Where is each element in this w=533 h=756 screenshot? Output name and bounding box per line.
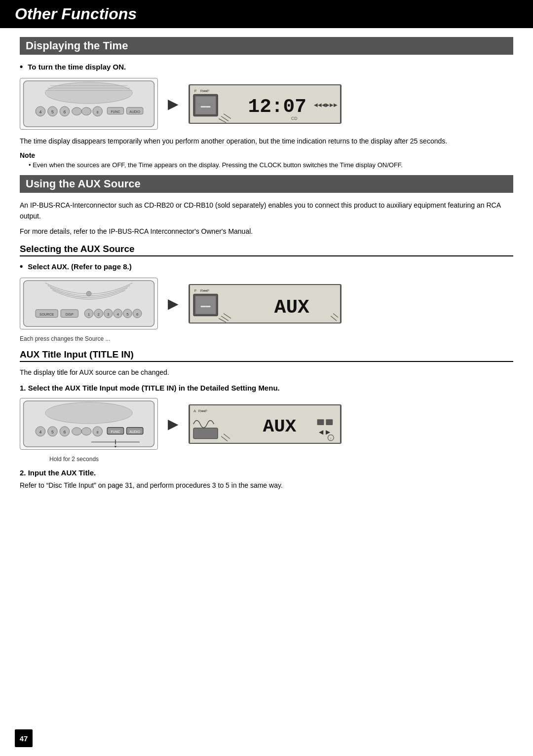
arrow-step1: ▶ <box>168 416 179 432</box>
svg-point-8 <box>72 108 82 115</box>
arrow-time: ▶ <box>168 96 179 112</box>
aux-title-input-body: The display title for AUX source can be … <box>20 367 513 378</box>
svg-point-71 <box>81 428 91 435</box>
time-body1: The time display disappears temporarily … <box>20 136 513 146</box>
svg-text:1: 1 <box>88 312 90 317</box>
svg-text:5: 5 <box>51 109 54 114</box>
aux-body1: An IP-BUS-RCA-Interconnector such as CD-… <box>20 200 513 222</box>
step2-body: Refer to “Disc Title Input” on page 31, … <box>20 480 513 491</box>
svg-rect-84 <box>193 428 218 439</box>
svg-rect-86 <box>317 419 324 425</box>
svg-point-33 <box>86 291 91 296</box>
svg-text:8: 8 <box>97 431 99 434</box>
svg-text:▬▬: ▬▬ <box>201 103 211 108</box>
svg-text:12:07: 12:07 <box>248 95 306 117</box>
svg-text:R♦♦F: R♦♦F <box>198 409 208 413</box>
svg-point-9 <box>81 108 91 115</box>
svg-text:F: F <box>194 89 197 93</box>
svg-text:6: 6 <box>63 109 66 114</box>
svg-rect-87 <box>326 419 333 425</box>
svg-point-70 <box>72 428 82 435</box>
svg-text:8: 8 <box>97 110 99 114</box>
note-label: Note <box>20 151 513 159</box>
svg-text:R♦♦F: R♦♦F <box>200 288 210 293</box>
page-header: Other Functions <box>0 0 533 28</box>
page-number: 47 <box>15 729 33 747</box>
svg-text:AUDIO: AUDIO <box>129 110 140 113</box>
svg-rect-32 <box>24 281 154 326</box>
svg-text:4: 4 <box>39 109 41 114</box>
subsection-selecting-aux: Selecting the AUX Source <box>20 244 513 256</box>
svg-text:▼: ▼ <box>114 445 117 449</box>
svg-text:A: A <box>193 409 196 413</box>
svg-text:SOURCE: SOURCE <box>39 313 54 316</box>
main-content: Displaying the Time To turn the time dis… <box>0 37 533 515</box>
note-section: Note Even when the sources are OFF, the … <box>20 151 513 170</box>
time-diagram-row: 4 5 6 8 FUNC AUDIO <box>20 78 513 130</box>
svg-text:DISP: DISP <box>66 313 74 316</box>
svg-text:↑: ↑ <box>330 436 332 441</box>
device-panel-step1-left: 4 5 6 8 FUNC AUDIO ▼ <box>20 398 158 450</box>
svg-text:2: 2 <box>97 312 99 317</box>
svg-text:AUX: AUX <box>274 296 309 318</box>
aux-caption: Each press changes the Source ... <box>20 335 513 342</box>
svg-text:5: 5 <box>126 312 129 317</box>
svg-text:◀: ◀ <box>319 429 324 435</box>
svg-text:6: 6 <box>136 312 139 317</box>
svg-text:FUNC: FUNC <box>111 110 120 113</box>
svg-text:R♦♦F: R♦♦F <box>200 89 210 93</box>
aux-body2: For more details, refer to the IP-BUS-RC… <box>20 226 513 237</box>
section-aux-source: Using the AUX Source <box>20 175 513 193</box>
section-displaying-time: Displaying the Time <box>20 37 513 55</box>
page-title: Other Functions <box>15 5 518 23</box>
step1-label: 1. Select the AUX Title Input mode (TITL… <box>20 384 513 392</box>
svg-text:FUNC: FUNC <box>111 430 120 433</box>
svg-text:4: 4 <box>39 430 41 434</box>
svg-text:3: 3 <box>107 312 110 317</box>
lcd-time-display: F R♦♦F ▬▬ 12:07 CD ◀◀◀ ▶▶▶ <box>189 84 342 124</box>
svg-text:▶: ▶ <box>326 429 331 435</box>
aux-diagram-row: SOURCE DISP 1 2 3 4 5 6 ▶ <box>20 278 513 329</box>
svg-text:5: 5 <box>51 430 54 434</box>
arrow-aux: ▶ <box>168 295 179 312</box>
bullet-time-on: To turn the time display ON. <box>20 62 513 72</box>
lcd-step1-display: A R♦♦F AUX ◀ ▶ ↑ <box>189 404 342 444</box>
svg-text:◀◀◀: ◀◀◀ <box>314 102 326 107</box>
device-panel-aux-left: SOURCE DISP 1 2 3 4 5 6 <box>20 278 158 329</box>
bullet-select-aux: Select AUX. (Refer to page 8.) <box>20 261 513 272</box>
svg-text:▶▶▶: ▶▶▶ <box>326 102 338 107</box>
note-text: Even when the sources are OFF, the Time … <box>29 160 513 170</box>
svg-text:F: F <box>194 288 197 293</box>
step2-label: 2. Input the AUX Title. <box>20 468 513 477</box>
svg-point-63 <box>45 402 133 424</box>
svg-text:CD: CD <box>291 115 298 120</box>
svg-text:AUX: AUX <box>263 416 297 437</box>
svg-text:AUDIO: AUDIO <box>129 430 140 433</box>
svg-text:▬▬: ▬▬ <box>201 302 211 308</box>
hold-caption: Hold for 2 seconds <box>49 456 513 463</box>
lcd-aux-display: F R♦♦F ▬▬ AUX <box>189 284 342 324</box>
subsection-aux-title-input: AUX Title Input (TITLE IN) <box>20 349 513 362</box>
step1-diagram-row: 4 5 6 8 FUNC AUDIO ▼ ▶ <box>20 398 513 450</box>
device-panel-time-left: 4 5 6 8 FUNC AUDIO <box>20 78 158 130</box>
svg-text:6: 6 <box>63 430 66 434</box>
svg-text:4: 4 <box>117 312 119 317</box>
